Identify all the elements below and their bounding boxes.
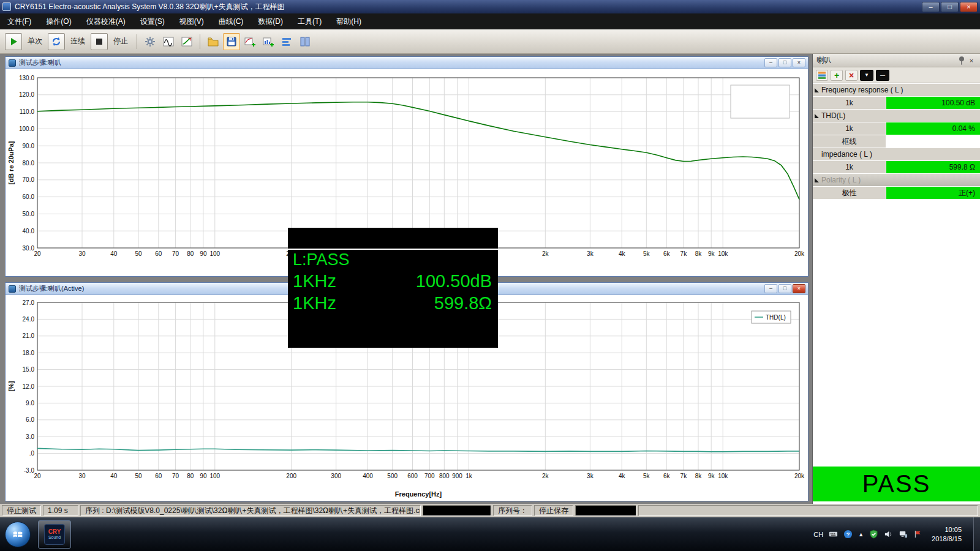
play-icon[interactable] [5,33,22,50]
svg-text:400: 400 [363,473,373,479]
minimize-button[interactable]: – [922,2,940,12]
svg-text:20: 20 [34,250,41,257]
svg-text:50: 50 [135,473,142,479]
taskbar-clock[interactable]: 10:05 2018/8/15 [928,525,968,543]
menu-item-8[interactable]: 帮助(H) [329,13,369,29]
section-marker-icon [815,88,819,92]
svg-text:110.0: 110.0 [20,108,35,115]
panel-section-row[interactable]: Frequency response ( L ) [813,84,980,97]
network-icon[interactable] [899,530,908,539]
close-button[interactable]: × [960,2,978,12]
svg-text:80: 80 [187,473,194,479]
menu-item-4[interactable]: 视图(V) [172,13,211,29]
touch-keyboard-icon[interactable] [829,530,838,539]
results-panel-header: 喇叭 × [813,54,980,67]
mdi-minimize-button[interactable]: – [764,284,777,293]
svg-text:4k: 4k [619,250,626,257]
mdi-restore-button[interactable]: □ [778,284,791,293]
system-tray: CH ? ▲ 10:05 2018/8/15 [813,517,980,551]
chart-window-icon [9,285,16,293]
svg-text:[dB re 20uPa]: [dB re 20uPa] [7,141,15,184]
toolbar-button-run-stop[interactable]: 停止 [109,33,132,50]
stop-icon[interactable] [91,33,108,50]
menu-item-0[interactable]: 文件(F) [0,13,39,29]
column-view-icon[interactable] [296,33,314,50]
dropdown-icon[interactable]: ▼ [860,70,873,81]
svg-text:8k: 8k [695,473,703,479]
maximize-button[interactable]: □ [941,2,959,12]
show-desktop-button[interactable] [973,517,980,551]
svg-text:80: 80 [187,250,194,257]
signal-curve-icon[interactable] [160,33,177,50]
panel-section-row[interactable]: impedance ( L ) [813,148,980,161]
layers-icon[interactable] [816,70,828,81]
menu-item-2[interactable]: 仪器校准(A) [79,13,133,29]
measurement-row[interactable]: 极性正(+) [813,187,980,200]
mdi-close-button[interactable]: × [793,284,805,293]
show-hidden-icons-icon[interactable]: ▲ [858,531,864,538]
start-button[interactable] [5,522,31,547]
svg-text:12.0: 12.0 [23,383,35,390]
toolbar-button-run-single[interactable]: 单次 [23,33,47,50]
menu-item-1[interactable]: 操作(O) [39,13,78,29]
clock-time: 10:05 [932,525,962,534]
taskbar-app-cry6151[interactable]: CRY Sound [38,520,71,549]
menu-item-6[interactable]: 数据(D) [251,13,290,29]
svg-text:800: 800 [439,473,450,479]
menu-item-7[interactable]: 工具(T) [290,13,329,29]
mdi-minimize-button[interactable]: – [764,58,777,67]
pin-icon[interactable] [957,56,967,66]
svg-text:900: 900 [452,473,462,479]
security-shield-icon[interactable] [869,530,878,539]
toolbar-button-run-continuous[interactable]: 连续 [66,33,89,50]
input-language-indicator[interactable]: CH [813,531,823,538]
status-bar: 停止测试 1.09 s 序列 : D:\测试模版V8.0_0225\喇叭测试\3… [0,504,980,517]
collapse-icon[interactable]: — [876,70,889,81]
measurement-row[interactable]: 1k599.8 Ω [813,161,980,174]
measurement-row[interactable]: 1k0.04 % [813,122,980,135]
menu-item-3[interactable]: 设置(S) [133,13,172,29]
cry-sound-logo: CRY Sound [44,524,65,545]
title-bar: CRY6151 Electro-acoustic Analysis System… [0,0,980,13]
svg-text:5k: 5k [643,473,650,479]
panel-section-row[interactable]: Polarity ( L ) [813,174,980,187]
panel-close-icon[interactable]: × [967,56,976,66]
svg-text:9k: 9k [708,250,715,257]
flag-icon[interactable] [913,530,922,539]
save-layout-icon[interactable] [223,33,240,50]
overlay-result-row: 1KHz100.50dB [288,269,498,291]
svg-text:10k: 10k [718,250,728,257]
svg-text:50.0: 50.0 [23,211,35,217]
help-icon[interactable]: ? [843,530,853,539]
analyzer-settings-icon[interactable] [141,33,159,50]
menu-item-5[interactable]: 曲线(C) [211,13,251,29]
add-item-icon[interactable]: + [831,70,843,81]
overall-pass-indicator: PASS [813,467,980,501]
level-list-icon[interactable] [278,33,295,50]
section-marker-icon [815,178,819,182]
svg-text:300: 300 [331,473,341,479]
mdi-restore-button[interactable]: □ [778,58,791,67]
svg-text:7k: 7k [680,250,688,257]
add-bar-window-icon[interactable] [260,33,277,50]
open-layout-icon[interactable] [205,33,222,50]
measurement-row[interactable]: 框线 [813,135,980,148]
add-curve-window-icon[interactable] [241,33,258,50]
mdi-close-button[interactable]: × [793,58,805,67]
svg-text:3.0: 3.0 [26,433,34,440]
section-marker-icon [815,114,819,118]
svg-text:80.0: 80.0 [23,160,35,167]
delete-item-icon[interactable]: × [845,70,858,81]
svg-text:50: 50 [135,250,142,257]
loop-icon[interactable] [48,33,65,50]
svg-text:3k: 3k [587,473,594,479]
volume-icon[interactable] [884,530,893,539]
svg-text:10k: 10k [718,473,728,479]
svg-text:9.0: 9.0 [26,400,34,407]
panel-section-row[interactable]: THD(L) [813,110,980,122]
svg-text:?: ? [846,531,850,538]
sweep-chart-icon[interactable] [178,33,195,50]
svg-text:2k: 2k [542,473,549,479]
chart-window-titlebar[interactable]: 测试步骤:喇叭 – □ × [6,57,808,69]
measurement-row[interactable]: 1k100.50 dB [813,97,980,110]
